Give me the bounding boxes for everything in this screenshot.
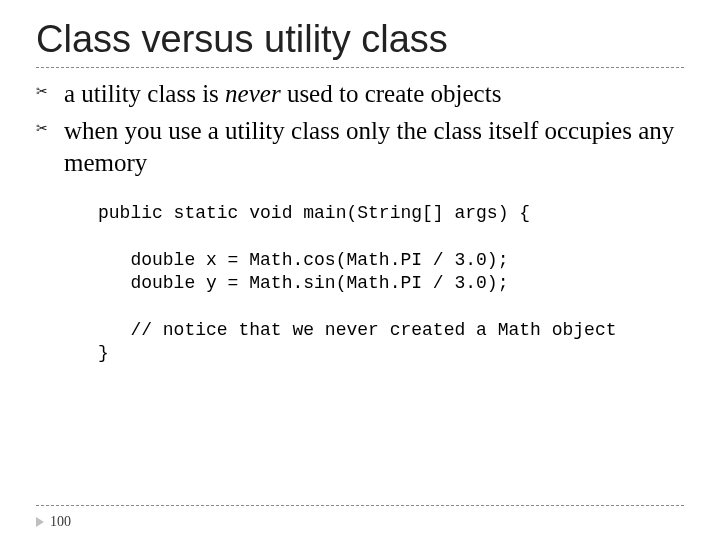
code-line: } (98, 343, 109, 363)
bullet-text-em: never (225, 80, 281, 107)
bullet-text-pre: when you use a utility class only the cl… (64, 117, 674, 175)
bullet-icon: ✂ (36, 83, 48, 101)
code-block: public static void main(String[] args) {… (98, 202, 684, 366)
list-item: ✂ a utility class is never used to creat… (36, 76, 684, 113)
bullet-list: ✂ a utility class is never used to creat… (36, 76, 684, 182)
bullet-text-pre: a utility class is (64, 80, 225, 107)
footer-divider (36, 505, 684, 506)
code-line: double x = Math.cos(Math.PI / 3.0); (98, 250, 508, 270)
slide-title: Class versus utility class (36, 18, 684, 63)
bullet-text-post: used to create objects (281, 80, 502, 107)
slide: Class versus utility class ✂ a utility c… (0, 0, 720, 540)
title-divider (36, 67, 684, 68)
page-number-wrap: 100 (36, 514, 71, 530)
code-line: public static void main(String[] args) { (98, 203, 530, 223)
bullet-icon: ✂ (36, 120, 48, 138)
page-arrow-icon (36, 517, 44, 527)
code-line: // notice that we never created a Math o… (98, 320, 616, 340)
page-number: 100 (50, 514, 71, 530)
code-line: double y = Math.sin(Math.PI / 3.0); (98, 273, 508, 293)
list-item: ✂ when you use a utility class only the … (36, 113, 684, 182)
